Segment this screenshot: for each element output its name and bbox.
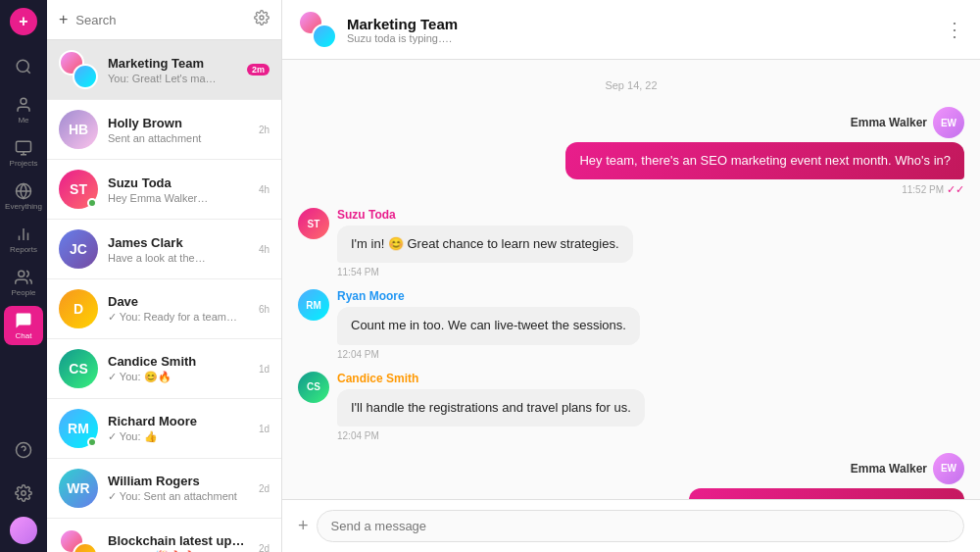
chat-header-avatar (298, 10, 337, 49)
dave-info: Dave ✓ You: Ready for a team… (108, 294, 249, 324)
nav-people[interactable]: People (4, 263, 43, 302)
suzu-avatar-wrap: ST (59, 170, 98, 209)
user-avatar[interactable] (10, 517, 37, 544)
message-row-5: EW Emma Walker Great! Let's make the mos… (298, 453, 964, 499)
marketing-team-name: Marketing Team (108, 56, 237, 71)
nav-everything[interactable]: Everything (4, 176, 43, 216)
message-time-4: 12:04 PM (337, 430, 645, 441)
richard-avatar-wrap: RM (59, 409, 98, 448)
message-time-3: 12:04 PM (337, 349, 640, 360)
james-preview: Have a look at the… (108, 252, 249, 264)
chat-item-william-rogers[interactable]: WR William Rogers ✓ You: Sent an attachm… (47, 459, 281, 519)
messages-area: Sep 14, 22 EW Emma Walker Hey team, ther… (282, 60, 980, 499)
search-input[interactable] (75, 13, 254, 27)
holly-avatar: HB (59, 110, 98, 149)
marketing-team-info: Marketing Team You: Great! Let's ma… (108, 56, 237, 84)
dave-avatar-wrap: D (59, 289, 98, 328)
chat-item-candice-smith[interactable]: CS Candice Smith ✓ You: 😊🔥 1d (47, 339, 281, 399)
william-avatar-wrap: WR (59, 469, 98, 508)
william-name: William Rogers (108, 474, 249, 488)
suzu-name: Suzu Toda (108, 176, 249, 190)
richard-time: 1d (259, 424, 270, 434)
chat-item-dave[interactable]: D Dave ✓ You: Ready for a team… 6h (47, 279, 281, 339)
marketing-team-avatar (59, 50, 98, 89)
message-row-4: CS Candice Smith I'll handle the registr… (298, 372, 964, 441)
william-time: 2d (259, 483, 270, 494)
read-tick-1: ✓✓ (947, 183, 964, 196)
candice-preview: ✓ You: 😊🔥 (108, 371, 249, 383)
james-time: 4h (259, 244, 270, 255)
william-info: William Rogers ✓ You: Sent an attachment (108, 474, 249, 503)
richard-preview: ✓ You: 👍 (108, 430, 249, 443)
new-chat-button[interactable]: + (59, 11, 68, 28)
chat-more-options-button[interactable]: ⋮ (945, 18, 964, 41)
suzu-time: 4h (259, 184, 270, 195)
suzu-preview: Hey Emma Walker… (108, 192, 249, 204)
chat-input-area: + (282, 499, 980, 552)
candice-avatar-msg4: CS (298, 372, 329, 403)
message-content-4: Candice Smith I'll handle the registrati… (337, 372, 645, 441)
time-text-3: 12:04 PM (337, 349, 379, 360)
richard-info: Richard Moore ✓ You: 👍 (108, 414, 249, 443)
nav-me[interactable]: Me (4, 90, 43, 129)
nav-chat[interactable]: Chat (4, 306, 43, 345)
svg-point-0 (17, 60, 28, 72)
attach-button[interactable]: + (298, 516, 309, 536)
message-time-2: 11:54 PM (337, 267, 633, 277)
william-avatar: WR (59, 469, 98, 508)
nav-reports-label: Reports (10, 245, 37, 254)
chat-item-holly-brown[interactable]: HB Holly Brown Sent an attachment 2h (47, 100, 281, 160)
search-box: + (59, 11, 254, 28)
suzu-sender-label: Suzu Toda (337, 208, 633, 222)
holly-avatar-wrap: HB (59, 110, 98, 149)
emma-avatar-msg1: EW (933, 107, 964, 138)
chat-typing-status: Suzu toda is typing…. (347, 32, 458, 44)
blockchain-name: Blockchain latest updates (108, 533, 249, 548)
svg-line-1 (26, 70, 29, 73)
message-row-3: RM Ryan Moore Count me in too. We can li… (298, 289, 964, 359)
chat-item-suzu-toda[interactable]: ST Suzu Toda Hey Emma Walker… 4h (47, 160, 281, 220)
nav-me-label: Me (18, 116, 28, 125)
message-bubble-2: I'm in! 😊 Great chance to learn new stra… (337, 226, 633, 263)
svg-point-2 (21, 98, 26, 104)
candice-sender-label: Candice Smith (337, 372, 645, 385)
new-button[interactable]: + (10, 8, 37, 35)
chat-item-james-clark[interactable]: JC James Clark Have a look at the… 4h (47, 220, 281, 279)
richard-name: Richard Moore (108, 414, 249, 428)
sidebar-settings-icon[interactable] (254, 10, 270, 29)
emma-avatar-msg5: EW (933, 453, 964, 484)
message-input[interactable] (317, 510, 964, 542)
message-bubble-5: Great! Let's make the most of this event… (689, 488, 964, 499)
candice-avatar-wrap: CS (59, 349, 98, 388)
suzu-avatar: ST (59, 170, 98, 209)
nav-reports[interactable]: Reports (4, 220, 43, 259)
blockchain-meta: 2d (259, 543, 270, 553)
chat-item-richard-moore[interactable]: RM Richard Moore ✓ You: 👍 1d (47, 399, 281, 459)
chat-header-info: Marketing Team Suzu toda is typing…. (347, 16, 458, 44)
nav-help[interactable] (4, 430, 43, 470)
message-content-5: EW Emma Walker Great! Let's make the mos… (689, 453, 964, 499)
message-bubble-1: Hey team, there's an SEO marketing event… (565, 142, 964, 179)
nav-bottom-section (4, 430, 43, 544)
main-chat-area: Marketing Team Suzu toda is typing…. ⋮ S… (282, 0, 980, 552)
chat-sidebar: + Marketing Team You: Great! Let's ma… 2… (47, 0, 282, 552)
nav-everything-label: Everything (5, 202, 42, 211)
nav-settings[interactable] (4, 474, 43, 513)
emma-sender-label-2: Emma Walker (851, 462, 927, 476)
time-text-1: 11:52 PM (902, 184, 944, 195)
candice-info: Candice Smith ✓ You: 😊🔥 (108, 354, 249, 383)
james-name: James Clark (108, 235, 249, 250)
message-bubble-3: Count me in too. We can live-tweet the s… (337, 307, 640, 344)
marketing-team-avatar-wrap (59, 50, 98, 89)
ryan-avatar-msg3: RM (298, 289, 329, 321)
chat-item-blockchain[interactable]: Blockchain latest updates Congrats 🎉🔥🔥 2… (47, 519, 281, 552)
ryan-sender-label: Ryan Moore (337, 289, 640, 303)
nav-chat-label: Chat (16, 331, 32, 340)
chat-list: Marketing Team You: Great! Let's ma… 2m … (47, 40, 281, 552)
holly-time: 2h (259, 125, 270, 135)
blockchain-avatar (59, 528, 98, 552)
nav-projects[interactable]: Projects (4, 133, 43, 173)
nav-search[interactable] (4, 47, 43, 86)
chat-item-marketing-team[interactable]: Marketing Team You: Great! Let's ma… 2m (47, 40, 281, 100)
william-preview: ✓ You: Sent an attachment (108, 490, 249, 503)
